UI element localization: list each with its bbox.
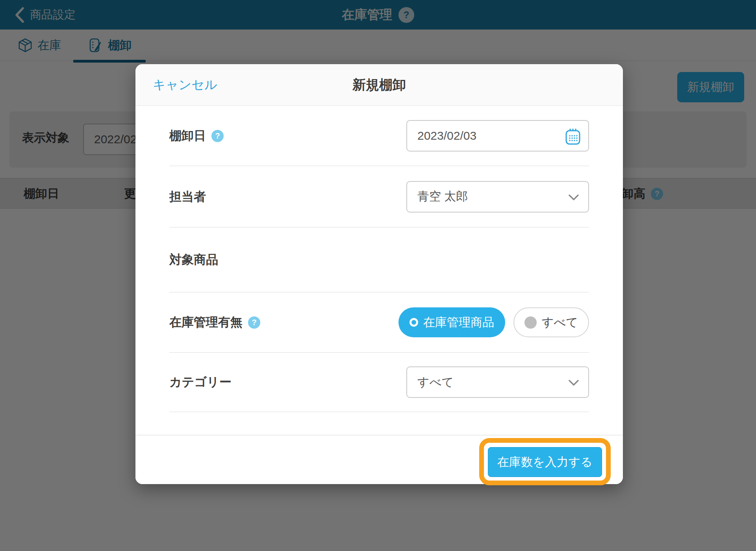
staff-row: 担当者 青空 太郎 xyxy=(169,166,589,227)
stocktake-date-label: 棚卸日 ? xyxy=(169,128,224,144)
option-managed-products[interactable]: 在庫管理商品 xyxy=(398,307,505,337)
staff-select[interactable]: 青空 太郎 xyxy=(406,181,589,213)
modal-header: キャンセル 新規棚卸 xyxy=(135,64,623,106)
chevron-down-icon xyxy=(569,380,579,386)
modal-title: 新規棚卸 xyxy=(352,76,406,94)
option-all-products[interactable]: すべて xyxy=(513,307,589,337)
stocktake-date-input[interactable]: 2023/02/03 xyxy=(406,120,589,152)
stocktake-date-value: 2023/02/03 xyxy=(417,129,476,142)
category-row: カテゴリー すべて xyxy=(169,353,589,412)
target-products-section: 対象商品 xyxy=(169,227,589,292)
help-icon[interactable]: ? xyxy=(211,130,224,142)
inventory-managed-label: 在庫管理有無 ? xyxy=(169,314,260,331)
cancel-button[interactable]: キャンセル xyxy=(150,64,220,106)
category-select[interactable]: すべて xyxy=(406,366,589,398)
calendar-icon xyxy=(564,128,582,146)
category-label: カテゴリー xyxy=(169,374,232,390)
screen: 商品設定 在庫管理 ? 在庫 xyxy=(0,0,756,551)
option-all-products-label: すべて xyxy=(542,314,578,331)
staff-select-value: 青空 太郎 xyxy=(417,189,468,205)
staff-label: 担当者 xyxy=(169,189,206,205)
enter-stock-count-button[interactable]: 在庫数を入力する xyxy=(488,447,602,477)
inventory-managed-toggle: 在庫管理商品 すべて xyxy=(398,307,589,337)
help-icon[interactable]: ? xyxy=(248,316,260,329)
chevron-down-icon xyxy=(569,194,579,201)
inventory-managed-row: 在庫管理有無 ? 在庫管理商品 すべて xyxy=(169,292,589,353)
radio-unselected-icon xyxy=(524,316,537,329)
target-products-label: 対象商品 xyxy=(169,251,218,268)
new-stocktake-modal: キャンセル 新規棚卸 棚卸日 ? 2023/02/03 xyxy=(135,64,623,484)
modal-footer: 在庫数を入力する xyxy=(135,435,623,484)
stocktake-date-row: 棚卸日 ? 2023/02/03 xyxy=(169,106,589,166)
radio-selected-icon xyxy=(410,318,418,327)
option-managed-products-label: 在庫管理商品 xyxy=(423,314,494,331)
category-select-value: すべて xyxy=(417,374,454,390)
